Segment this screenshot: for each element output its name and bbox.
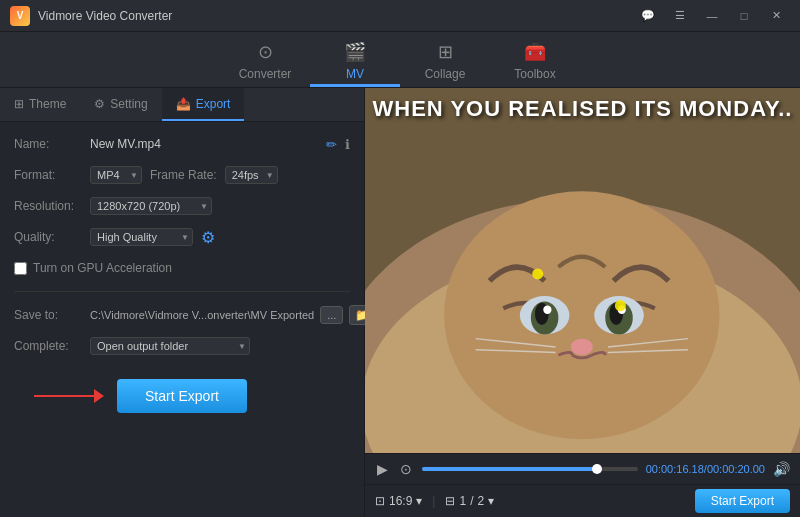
main-content: ⊞ Theme ⚙ Setting 📤 Export Name: New MV.… <box>0 88 800 517</box>
mv-icon: 🎬 <box>344 41 366 63</box>
start-export-section: Start Export <box>14 365 350 423</box>
ratio-dropdown-icon: ▾ <box>416 494 422 508</box>
app-logo: V <box>10 6 30 26</box>
svg-point-18 <box>615 300 626 311</box>
svg-point-3 <box>444 191 719 439</box>
start-export-button[interactable]: Start Export <box>117 379 247 413</box>
arrow-head <box>94 389 104 403</box>
edit-icon[interactable]: ✏ <box>326 137 337 152</box>
export-icon: 📤 <box>176 97 191 111</box>
save-to-row: Save to: C:\Vidmore\Vidmore V...onverter… <box>14 303 350 327</box>
titlebar-left: V Vidmore Video Converter <box>10 6 172 26</box>
gpu-label: Turn on GPU Acceleration <box>33 261 172 275</box>
page-current: 1 <box>459 494 466 508</box>
progress-bar-fill <box>422 467 597 471</box>
setting-icon: ⚙ <box>94 97 105 111</box>
svg-point-10 <box>543 306 551 314</box>
subtab-export-label: Export <box>196 97 231 111</box>
menu-button[interactable]: ☰ <box>666 6 694 26</box>
resolution-select-wrapper[interactable]: 1280x720 (720p) 1920x1080 (1080p) 640x48… <box>90 197 212 215</box>
resolution-label: Resolution: <box>14 199 82 213</box>
preview-svg <box>365 88 800 453</box>
tab-collage[interactable]: ⊞ Collage <box>400 37 490 87</box>
export-form: Name: New MV.mp4 ✏ ℹ Format: MP4 MOV AVI… <box>0 122 364 517</box>
complete-select-wrapper[interactable]: Open output folder Do nothing <box>90 337 250 355</box>
converter-icon: ⊙ <box>258 41 273 63</box>
name-value: New MV.mp4 <box>90 137 318 151</box>
format-select-wrapper[interactable]: MP4 MOV AVI <box>90 166 142 184</box>
progress-handle[interactable] <box>592 464 602 474</box>
time-display: 00:00:16.18/00:00:20.00 <box>646 463 765 475</box>
app-title: Vidmore Video Converter <box>38 9 172 23</box>
resolution-row: Resolution: 1280x720 (720p) 1920x1080 (1… <box>14 194 350 218</box>
gpu-row: Turn on GPU Acceleration <box>14 256 350 280</box>
tab-mv[interactable]: 🎬 MV <box>310 37 400 87</box>
svg-point-17 <box>532 268 543 279</box>
format-row: Format: MP4 MOV AVI Frame Rate: 24fps 30… <box>14 163 350 187</box>
volume-icon[interactable]: 🔊 <box>773 461 790 477</box>
page-icon: ⊟ <box>445 494 455 508</box>
minimize-button[interactable]: — <box>698 6 726 26</box>
quality-gear-icon[interactable]: ⚙ <box>201 228 215 247</box>
page-selector[interactable]: ⊟ 1/2 ▾ <box>445 494 494 508</box>
tab-collage-label: Collage <box>425 67 466 81</box>
collage-icon: ⊞ <box>438 41 453 63</box>
name-row: Name: New MV.mp4 ✏ ℹ <box>14 132 350 156</box>
ratio-value: 16:9 <box>389 494 412 508</box>
toolbox-icon: 🧰 <box>524 41 546 63</box>
subtab-setting[interactable]: ⚙ Setting <box>80 88 161 121</box>
maximize-button[interactable]: □ <box>730 6 758 26</box>
video-preview: WHEN YOU REALISED ITS MONDAY.. <box>365 88 800 453</box>
quality-select[interactable]: High Quality Medium Quality Low Quality <box>90 228 193 246</box>
format-select[interactable]: MP4 MOV AVI <box>90 166 142 184</box>
framerate-select[interactable]: 24fps 30fps 60fps <box>225 166 278 184</box>
format-label: Format: <box>14 168 82 182</box>
subtab-theme[interactable]: ⊞ Theme <box>0 88 80 121</box>
tab-toolbox-label: Toolbox <box>514 67 555 81</box>
theme-icon: ⊞ <box>14 97 24 111</box>
gpu-checkbox[interactable] <box>14 262 27 275</box>
framerate-select-wrapper[interactable]: 24fps 30fps 60fps <box>225 166 278 184</box>
chat-button[interactable]: 💬 <box>634 6 662 26</box>
quality-select-wrapper[interactable]: High Quality Medium Quality Low Quality <box>90 228 193 246</box>
page-total: 2 <box>478 494 485 508</box>
save-to-label: Save to: <box>14 308 82 322</box>
subtab-setting-label: Setting <box>110 97 147 111</box>
close-button[interactable]: ✕ <box>762 6 790 26</box>
arrow-indicator <box>34 389 104 403</box>
ratio-selector[interactable]: ⊡ 16:9 ▾ <box>375 494 422 508</box>
browse-dots-button[interactable]: ... <box>320 306 343 324</box>
resolution-select[interactable]: 1280x720 (720p) 1920x1080 (1080p) 640x48… <box>90 197 212 215</box>
complete-label: Complete: <box>14 339 82 353</box>
subtab-export[interactable]: 📤 Export <box>162 88 245 121</box>
tab-converter[interactable]: ⊙ Converter <box>220 37 310 87</box>
right-panel: WHEN YOU REALISED ITS MONDAY.. ▶ ⊙ 00:00… <box>365 88 800 517</box>
page-dropdown-icon: ▾ <box>488 494 494 508</box>
frame-rate-label: Frame Rate: <box>150 168 217 182</box>
subtab-theme-label: Theme <box>29 97 66 111</box>
play-button[interactable]: ▶ <box>375 459 390 479</box>
svg-point-12 <box>571 339 593 356</box>
quality-row: Quality: High Quality Medium Quality Low… <box>14 225 350 249</box>
progress-bar[interactable] <box>422 467 638 471</box>
save-path-text: C:\Vidmore\Vidmore V...onverter\MV Expor… <box>90 309 314 321</box>
complete-select[interactable]: Open output folder Do nothing <box>90 337 250 355</box>
arrow-line <box>34 395 94 397</box>
sub-tabs: ⊞ Theme ⚙ Setting 📤 Export <box>0 88 364 122</box>
info-icon[interactable]: ℹ <box>345 137 350 152</box>
tab-mv-label: MV <box>346 67 364 81</box>
separator: | <box>432 494 435 508</box>
meme-text: WHEN YOU REALISED ITS MONDAY.. <box>365 96 800 122</box>
name-label: Name: <box>14 137 82 151</box>
complete-row: Complete: Open output folder Do nothing <box>14 334 350 358</box>
video-controls: ▶ ⊙ 00:00:16.18/00:00:20.00 🔊 <box>365 453 800 484</box>
nav-tabs: ⊙ Converter 🎬 MV ⊞ Collage 🧰 Toolbox <box>0 32 800 88</box>
quality-label: Quality: <box>14 230 82 244</box>
tab-toolbox[interactable]: 🧰 Toolbox <box>490 37 580 87</box>
meme-container: WHEN YOU REALISED ITS MONDAY.. <box>365 88 800 453</box>
snapshot-button[interactable]: ⊙ <box>398 459 414 479</box>
video-info-bar: ⊡ 16:9 ▾ | ⊟ 1/2 ▾ Start Export <box>365 484 800 517</box>
start-export-right-button[interactable]: Start Export <box>695 489 790 513</box>
titlebar-controls: 💬 ☰ — □ ✕ <box>634 6 790 26</box>
save-path-container: C:\Vidmore\Vidmore V...onverter\MV Expor… <box>90 305 376 325</box>
